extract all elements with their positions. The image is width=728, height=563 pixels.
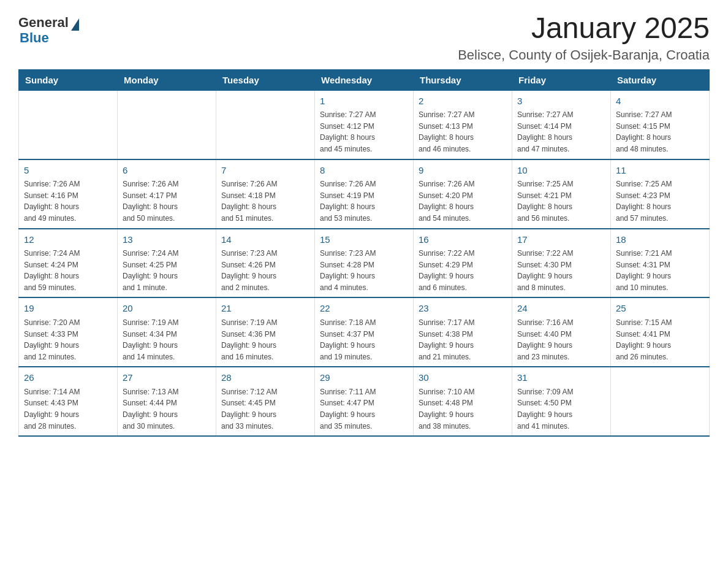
day-number: 21 [221, 302, 309, 316]
day-info: Sunrise: 7:27 AM Sunset: 4:15 PM Dayligh… [616, 109, 704, 155]
day-number: 3 [517, 94, 605, 109]
day-number: 1 [320, 94, 408, 109]
calendar-cell: 20Sunrise: 7:19 AM Sunset: 4:34 PM Dayli… [118, 297, 216, 367]
day-number: 15 [320, 233, 408, 247]
calendar-cell: 21Sunrise: 7:19 AM Sunset: 4:36 PM Dayli… [216, 297, 315, 367]
day-number: 6 [123, 164, 211, 178]
day-number: 10 [517, 164, 605, 178]
calendar-cell: 17Sunrise: 7:22 AM Sunset: 4:30 PM Dayli… [512, 229, 611, 298]
calendar-cell: 10Sunrise: 7:25 AM Sunset: 4:21 PM Dayli… [512, 159, 611, 229]
calendar-cell: 11Sunrise: 7:25 AM Sunset: 4:23 PM Dayli… [611, 159, 710, 229]
calendar-cell: 7Sunrise: 7:26 AM Sunset: 4:18 PM Daylig… [216, 159, 315, 229]
day-info: Sunrise: 7:26 AM Sunset: 4:16 PM Dayligh… [24, 178, 112, 224]
calendar-cell: 12Sunrise: 7:24 AM Sunset: 4:24 PM Dayli… [19, 229, 118, 298]
day-info: Sunrise: 7:25 AM Sunset: 4:21 PM Dayligh… [517, 178, 605, 224]
calendar-cell: 14Sunrise: 7:23 AM Sunset: 4:26 PM Dayli… [216, 229, 315, 298]
day-info: Sunrise: 7:24 AM Sunset: 4:25 PM Dayligh… [123, 248, 211, 293]
day-number: 17 [517, 233, 605, 247]
page-title: January 2025 [458, 12, 710, 45]
day-number: 25 [616, 302, 704, 316]
day-number: 11 [616, 164, 704, 178]
calendar-cell: 19Sunrise: 7:20 AM Sunset: 4:33 PM Dayli… [19, 297, 118, 367]
day-info: Sunrise: 7:19 AM Sunset: 4:36 PM Dayligh… [221, 317, 309, 362]
day-number: 2 [419, 94, 507, 109]
calendar-week-row: 19Sunrise: 7:20 AM Sunset: 4:33 PM Dayli… [19, 297, 710, 367]
day-number: 14 [221, 233, 309, 247]
weekday-header-saturday: Saturday [611, 69, 710, 90]
day-info: Sunrise: 7:22 AM Sunset: 4:29 PM Dayligh… [419, 248, 507, 293]
day-info: Sunrise: 7:13 AM Sunset: 4:44 PM Dayligh… [123, 386, 211, 432]
logo-text-blue: Blue [20, 30, 49, 45]
weekday-header-wednesday: Wednesday [315, 69, 414, 90]
day-info: Sunrise: 7:26 AM Sunset: 4:19 PM Dayligh… [320, 178, 408, 224]
weekday-header-friday: Friday [512, 69, 611, 90]
calendar-cell [216, 90, 315, 159]
calendar-cell: 24Sunrise: 7:16 AM Sunset: 4:40 PM Dayli… [512, 297, 611, 367]
calendar-cell: 6Sunrise: 7:26 AM Sunset: 4:17 PM Daylig… [118, 159, 216, 229]
day-number: 19 [24, 302, 112, 316]
calendar-cell: 3Sunrise: 7:27 AM Sunset: 4:14 PM Daylig… [512, 90, 611, 159]
calendar-header: SundayMondayTuesdayWednesdayThursdayFrid… [19, 69, 710, 90]
calendar-cell: 15Sunrise: 7:23 AM Sunset: 4:28 PM Dayli… [315, 229, 414, 298]
day-info: Sunrise: 7:14 AM Sunset: 4:43 PM Dayligh… [24, 386, 112, 432]
logo: General Blue [18, 15, 79, 45]
day-number: 28 [221, 371, 309, 385]
day-info: Sunrise: 7:19 AM Sunset: 4:34 PM Dayligh… [123, 317, 211, 362]
day-number: 13 [123, 233, 211, 247]
day-number: 26 [24, 371, 112, 385]
calendar-cell: 30Sunrise: 7:10 AM Sunset: 4:48 PM Dayli… [414, 367, 512, 436]
day-number: 7 [221, 164, 309, 178]
day-info: Sunrise: 7:26 AM Sunset: 4:18 PM Dayligh… [221, 178, 309, 224]
calendar-cell [611, 367, 710, 436]
calendar-body: 1Sunrise: 7:27 AM Sunset: 4:12 PM Daylig… [19, 90, 710, 436]
weekday-header-row: SundayMondayTuesdayWednesdayThursdayFrid… [19, 69, 710, 90]
day-number: 12 [24, 233, 112, 247]
calendar-cell: 27Sunrise: 7:13 AM Sunset: 4:44 PM Dayli… [118, 367, 216, 436]
calendar-cell: 23Sunrise: 7:17 AM Sunset: 4:38 PM Dayli… [414, 297, 512, 367]
weekday-header-tuesday: Tuesday [216, 69, 315, 90]
day-info: Sunrise: 7:22 AM Sunset: 4:30 PM Dayligh… [517, 248, 605, 293]
day-number: 4 [616, 94, 704, 109]
calendar-table: SundayMondayTuesdayWednesdayThursdayFrid… [18, 69, 710, 437]
day-info: Sunrise: 7:18 AM Sunset: 4:37 PM Dayligh… [320, 317, 408, 362]
day-info: Sunrise: 7:15 AM Sunset: 4:41 PM Dayligh… [616, 317, 704, 362]
calendar-cell: 2Sunrise: 7:27 AM Sunset: 4:13 PM Daylig… [414, 90, 512, 159]
calendar-week-row: 12Sunrise: 7:24 AM Sunset: 4:24 PM Dayli… [19, 229, 710, 298]
day-number: 29 [320, 371, 408, 385]
calendar-cell: 5Sunrise: 7:26 AM Sunset: 4:16 PM Daylig… [19, 159, 118, 229]
calendar-cell: 18Sunrise: 7:21 AM Sunset: 4:31 PM Dayli… [611, 229, 710, 298]
calendar-cell [118, 90, 216, 159]
calendar-cell: 16Sunrise: 7:22 AM Sunset: 4:29 PM Dayli… [414, 229, 512, 298]
day-info: Sunrise: 7:27 AM Sunset: 4:14 PM Dayligh… [517, 109, 605, 155]
calendar-cell: 31Sunrise: 7:09 AM Sunset: 4:50 PM Dayli… [512, 367, 611, 436]
calendar-week-row: 5Sunrise: 7:26 AM Sunset: 4:16 PM Daylig… [19, 159, 710, 229]
day-number: 20 [123, 302, 211, 316]
calendar-cell: 26Sunrise: 7:14 AM Sunset: 4:43 PM Dayli… [19, 367, 118, 436]
calendar-week-row: 26Sunrise: 7:14 AM Sunset: 4:43 PM Dayli… [19, 367, 710, 436]
day-number: 18 [616, 233, 704, 247]
calendar-cell: 8Sunrise: 7:26 AM Sunset: 4:19 PM Daylig… [315, 159, 414, 229]
day-number: 5 [24, 164, 112, 178]
day-number: 23 [419, 302, 507, 316]
weekday-header-monday: Monday [118, 69, 216, 90]
day-info: Sunrise: 7:21 AM Sunset: 4:31 PM Dayligh… [616, 248, 704, 293]
calendar-week-row: 1Sunrise: 7:27 AM Sunset: 4:12 PM Daylig… [19, 90, 710, 159]
logo-text-general: General [18, 15, 69, 30]
title-section: January 2025 Belisce, County of Osijek-B… [458, 12, 710, 63]
day-number: 16 [419, 233, 507, 247]
day-number: 9 [419, 164, 507, 178]
day-number: 8 [320, 164, 408, 178]
weekday-header-sunday: Sunday [19, 69, 118, 90]
day-info: Sunrise: 7:27 AM Sunset: 4:13 PM Dayligh… [419, 109, 507, 155]
day-info: Sunrise: 7:20 AM Sunset: 4:33 PM Dayligh… [24, 317, 112, 362]
day-info: Sunrise: 7:24 AM Sunset: 4:24 PM Dayligh… [24, 248, 112, 293]
day-info: Sunrise: 7:26 AM Sunset: 4:17 PM Dayligh… [123, 178, 211, 224]
day-number: 27 [123, 371, 211, 385]
day-number: 22 [320, 302, 408, 316]
calendar-cell: 4Sunrise: 7:27 AM Sunset: 4:15 PM Daylig… [611, 90, 710, 159]
day-number: 30 [419, 371, 507, 385]
day-info: Sunrise: 7:17 AM Sunset: 4:38 PM Dayligh… [419, 317, 507, 362]
calendar-cell [19, 90, 118, 159]
day-info: Sunrise: 7:09 AM Sunset: 4:50 PM Dayligh… [517, 386, 605, 432]
day-info: Sunrise: 7:25 AM Sunset: 4:23 PM Dayligh… [616, 178, 704, 224]
